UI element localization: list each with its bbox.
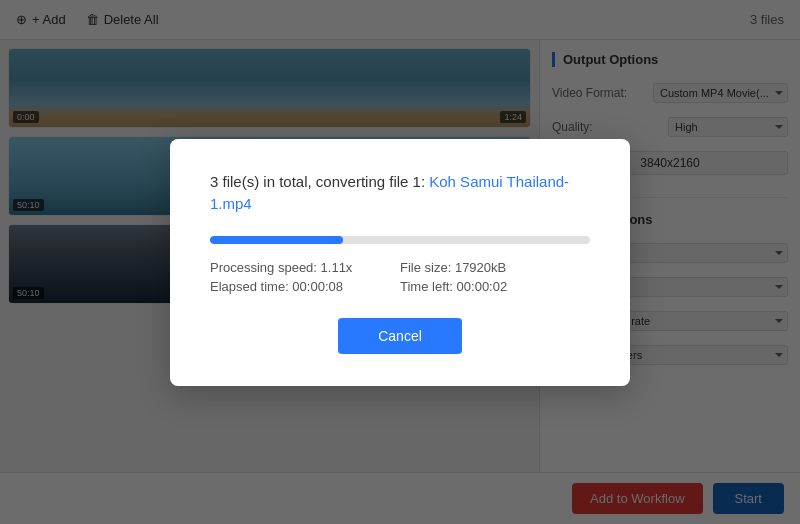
processing-speed: Processing speed: 1.11x [210, 260, 400, 275]
cancel-button[interactable]: Cancel [338, 318, 462, 354]
progress-bar-fill [210, 236, 343, 244]
time-left: Time left: 00:00:02 [400, 279, 590, 294]
modal-overlay: 3 file(s) in total, converting file 1: K… [0, 0, 800, 524]
progress-bar-container [210, 236, 590, 244]
converting-prefix: 3 file(s) in total, converting file 1: [210, 173, 429, 190]
elapsed-time: Elapsed time: 00:00:08 [210, 279, 400, 294]
stats-grid: Processing speed: 1.11x File size: 17920… [210, 260, 590, 294]
modal-actions: Cancel [210, 318, 590, 354]
file-size: File size: 17920kB [400, 260, 590, 275]
conversion-modal: 3 file(s) in total, converting file 1: K… [170, 139, 630, 386]
modal-title: 3 file(s) in total, converting file 1: K… [210, 171, 590, 216]
